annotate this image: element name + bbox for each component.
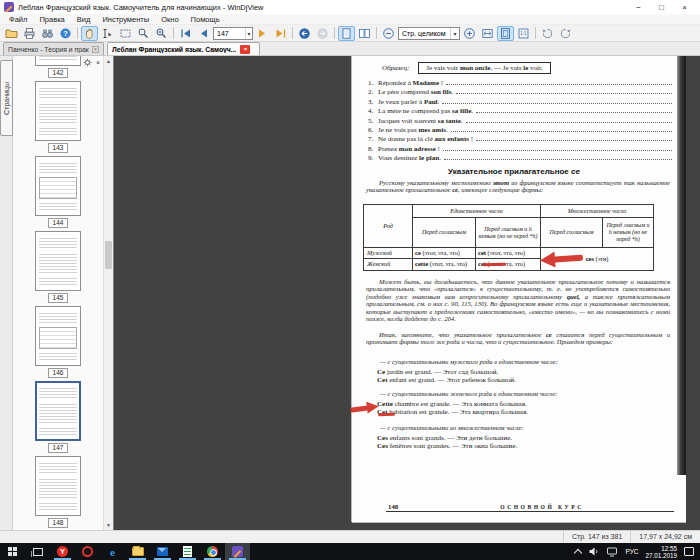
tab-close-icon[interactable]: × bbox=[240, 45, 250, 54]
thumbnail-image[interactable] bbox=[35, 56, 81, 66]
rotate-right-button[interactable] bbox=[557, 26, 574, 41]
scroll-up-icon[interactable]: ▲ bbox=[104, 56, 113, 66]
chrome-taskbar-button[interactable] bbox=[200, 543, 225, 560]
about-button[interactable]: ? bbox=[57, 26, 74, 41]
scrollbar-thumb[interactable] bbox=[105, 241, 112, 269]
table-header-vowel: Перед гласным и h немым (но не перед *h) bbox=[603, 218, 654, 248]
table-cell: cet (этот, эта, это) bbox=[476, 248, 541, 259]
chevron-down-icon[interactable]: ▾ bbox=[450, 28, 459, 39]
magnifier-tool-button[interactable] bbox=[153, 26, 170, 41]
page-thumbnail[interactable]: 146 bbox=[35, 306, 81, 381]
yandex-browser-taskbar-button[interactable]: Y bbox=[50, 543, 75, 560]
print-button[interactable] bbox=[21, 26, 38, 41]
tab-panchenko[interactable]: Панченко - Теория и практика шахматн... … bbox=[3, 42, 104, 55]
previous-page-button[interactable] bbox=[195, 26, 212, 41]
exercise-list: 1. Répondez à Madame ! 2. Le père compre… bbox=[368, 79, 673, 164]
language-indicator[interactable]: РУС bbox=[625, 548, 638, 555]
document-app-taskbar-button[interactable] bbox=[175, 543, 200, 560]
fit-width-button[interactable] bbox=[479, 26, 496, 41]
windjview-taskbar-button[interactable] bbox=[225, 543, 250, 560]
start-button[interactable] bbox=[0, 543, 25, 560]
document-view[interactable]: Образец: Je vais voir mon oncle. — Je va… bbox=[115, 56, 686, 530]
history-back-button[interactable] bbox=[296, 26, 313, 41]
thumbnail-page-number: 144 bbox=[48, 218, 69, 228]
mail-taskbar-button[interactable] bbox=[150, 543, 175, 560]
panel-close-icon[interactable]: × bbox=[96, 58, 100, 67]
thumbnail-page-number: 143 bbox=[48, 143, 69, 153]
page-thumbnail[interactable]: 143 bbox=[35, 81, 81, 156]
page-thumbnail[interactable]: 148 bbox=[35, 456, 81, 530]
thumbnail-image[interactable] bbox=[35, 381, 81, 441]
select-text-tool-button[interactable] bbox=[99, 26, 116, 41]
menu-item[interactable]: Окно bbox=[155, 14, 184, 25]
dotted-leader bbox=[466, 122, 672, 123]
select-rect-tool-button[interactable] bbox=[117, 26, 134, 41]
minimize-button[interactable]: − bbox=[627, 1, 650, 14]
mail-icon bbox=[157, 547, 168, 556]
thumbnail-image[interactable] bbox=[35, 231, 81, 291]
panel-settings-gear-icon[interactable] bbox=[83, 58, 92, 67]
table-row-masculine: Мужской bbox=[364, 248, 413, 259]
page-thumbnail[interactable]: 145 bbox=[35, 231, 81, 306]
page-thumbnail[interactable]: 147 bbox=[35, 381, 81, 456]
sample-box: Je vais voir mon oncle. — Je vais le voi… bbox=[418, 62, 550, 74]
search-button[interactable] bbox=[39, 26, 56, 41]
thumbnail-image[interactable] bbox=[35, 456, 81, 516]
thumbnail-image[interactable] bbox=[35, 306, 81, 366]
single-page-layout-button[interactable] bbox=[338, 26, 355, 41]
clock[interactable]: 12:55 27.01.2019 bbox=[645, 545, 677, 559]
menu-item[interactable]: Помощь bbox=[185, 14, 226, 25]
menu-item[interactable]: Инструменты bbox=[96, 14, 155, 25]
document-app-icon bbox=[183, 546, 192, 557]
menu-item[interactable]: Правка bbox=[33, 14, 70, 25]
notification-center-icon[interactable] bbox=[684, 547, 694, 556]
opera-taskbar-button[interactable] bbox=[75, 543, 100, 560]
volume-icon[interactable] bbox=[588, 546, 599, 557]
page-scan-edge bbox=[677, 56, 686, 475]
task-view-button[interactable] bbox=[25, 543, 50, 560]
zoom-out-button[interactable] bbox=[380, 26, 397, 41]
thumbnails-scrollbar[interactable]: ▲ ▼ bbox=[103, 56, 113, 530]
zoom-in-button[interactable] bbox=[461, 26, 478, 41]
facing-pages-layout-button[interactable] bbox=[356, 26, 373, 41]
rotate-left-button[interactable] bbox=[539, 26, 556, 41]
page-thumbnail[interactable]: 144 bbox=[35, 156, 81, 231]
examples-group-header: — с существительными мужского рода в еди… bbox=[380, 358, 670, 365]
page-number-combo[interactable]: ▾ bbox=[213, 27, 253, 40]
tab-leblan[interactable]: Леблан Французский язык. Самоуч... × bbox=[107, 42, 260, 55]
history-forward-button[interactable] bbox=[314, 26, 331, 41]
fit-page-button[interactable] bbox=[497, 26, 514, 41]
maximize-button[interactable]: □ bbox=[650, 1, 673, 14]
zoom-mode-select[interactable]: Стр. целиком ▾ bbox=[398, 27, 460, 40]
table-header-rod: Род bbox=[364, 205, 413, 248]
file-explorer-taskbar-button[interactable] bbox=[125, 543, 150, 560]
thumbnail-image[interactable] bbox=[35, 81, 81, 141]
close-button[interactable]: × bbox=[673, 1, 696, 14]
example-sentence: Ces fenêtres sont grandes. — Эти окна бо… bbox=[377, 442, 670, 450]
network-icon[interactable] bbox=[606, 546, 618, 557]
time: 12:55 bbox=[645, 545, 677, 552]
open-button[interactable] bbox=[3, 26, 20, 41]
page-thumbnail[interactable]: 142 bbox=[35, 56, 81, 81]
actual-size-button[interactable]: 1:1 bbox=[515, 26, 532, 41]
next-page-button[interactable] bbox=[254, 26, 271, 41]
chevron-down-icon[interactable]: ▾ bbox=[245, 28, 252, 39]
table-cell: ce (этот, эта, это) bbox=[413, 248, 476, 259]
thumbnail-image[interactable] bbox=[35, 156, 81, 216]
zoom-tool-button[interactable] bbox=[135, 26, 152, 41]
first-page-button[interactable] bbox=[177, 26, 194, 41]
main-area: Страницы × 142 bbox=[0, 56, 700, 530]
pan-tool-button[interactable] bbox=[81, 26, 98, 41]
menu-item[interactable]: Файл bbox=[3, 14, 33, 25]
pages-panel-tab[interactable]: Страницы bbox=[0, 60, 13, 136]
menu-item[interactable]: Вид bbox=[71, 14, 97, 25]
scroll-down-icon[interactable]: ▼ bbox=[104, 520, 113, 530]
chevron-up-icon[interactable] bbox=[574, 548, 582, 556]
exercise-item: 9. Vous dessinez le plan. bbox=[368, 154, 673, 163]
edge-taskbar-button[interactable]: e bbox=[100, 543, 125, 560]
last-page-button[interactable] bbox=[272, 26, 289, 41]
table-header-singular: Единственное число bbox=[413, 205, 541, 218]
tab-close-icon[interactable]: × bbox=[92, 46, 99, 53]
page-number-input[interactable] bbox=[217, 30, 243, 37]
pages-panel-tab-label: Страницы bbox=[3, 82, 10, 115]
